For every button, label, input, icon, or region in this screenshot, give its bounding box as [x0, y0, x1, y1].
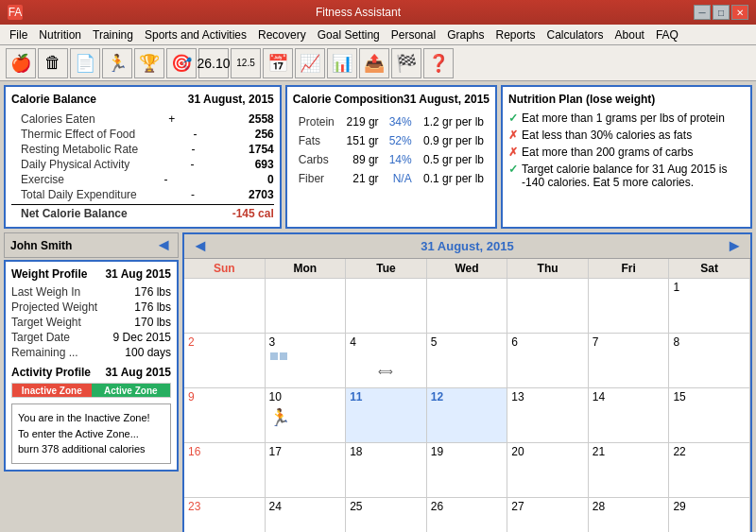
- flag-button[interactable]: 🏁: [391, 48, 421, 78]
- running-button[interactable]: 🏃: [102, 48, 132, 78]
- cal-cell-20[interactable]: 20: [507, 443, 589, 498]
- cal-cell-empty[interactable]: [346, 279, 427, 334]
- cal-cell-4[interactable]: 4⟺: [346, 334, 427, 388]
- calorie-row: Exercise - 0: [11, 172, 274, 187]
- nutrition-text-2: Eat less than 30% calories as fats: [522, 129, 692, 142]
- projected-value: 176 lbs: [134, 300, 171, 314]
- cal-cell-11[interactable]: 11: [346, 388, 427, 443]
- menu-personal[interactable]: Personal: [386, 26, 441, 43]
- cal-cell-10[interactable]: 10🏃: [266, 388, 347, 443]
- calorie-balance-header: Calorie Balance 31 August, 2015: [11, 93, 274, 106]
- weight-profile-title: Weight Profile: [11, 267, 87, 281]
- cal-cell-14[interactable]: 14: [589, 388, 670, 443]
- cal-cell-empty[interactable]: [184, 279, 266, 334]
- menu-calculators[interactable]: Calculators: [541, 26, 610, 43]
- menu-about[interactable]: About: [610, 26, 650, 43]
- net-calorie-row: Net Calorie Balance -145 cal: [11, 204, 274, 221]
- cal-header-thu: Thu: [507, 259, 589, 279]
- dpa-value: 693: [255, 158, 274, 171]
- cal-cell-28[interactable]: 28: [589, 498, 670, 532]
- weight-profile-header: Weight Profile 31 Aug 2015: [11, 267, 171, 281]
- cal-cell-9[interactable]: 9: [184, 388, 266, 443]
- cal-header-sat: Sat: [669, 259, 750, 279]
- table-row: Fiber 21 gr N/A 0.1 gr per lb: [295, 170, 488, 187]
- menu-file[interactable]: File: [4, 26, 33, 43]
- cal-cell-2[interactable]: 2: [184, 334, 266, 388]
- cal-cell-3[interactable]: 3: [266, 334, 347, 388]
- menu-goal[interactable]: Goal Setting: [312, 26, 386, 43]
- x-icon-2: ✗: [508, 129, 518, 142]
- food-button[interactable]: 🍎: [6, 48, 36, 78]
- cal-cell-7[interactable]: 7: [589, 334, 670, 388]
- cal-cell-empty[interactable]: [266, 279, 347, 334]
- prev-arrow[interactable]: ◄: [155, 235, 172, 255]
- protein-per: 1.2 gr per lb: [418, 113, 488, 130]
- cal-cell-19[interactable]: 19: [427, 443, 508, 498]
- menu-faq[interactable]: FAQ: [650, 26, 684, 43]
- dot-icon: [270, 352, 278, 360]
- export-button[interactable]: 📤: [359, 48, 389, 78]
- cal-cell-8[interactable]: 8: [669, 334, 750, 388]
- close-button[interactable]: ✕: [731, 5, 748, 20]
- cal-cell-17[interactable]: 17: [266, 443, 347, 498]
- menu-nutrition[interactable]: Nutrition: [33, 26, 87, 43]
- menu-sports[interactable]: Sports and Activities: [139, 26, 252, 43]
- delete-button[interactable]: 🗑: [38, 48, 68, 78]
- thermic-value: 256: [255, 128, 274, 141]
- fiber-pct: N/A: [385, 170, 416, 187]
- cal-cell-21[interactable]: 21: [589, 443, 670, 498]
- menu-reports[interactable]: Reports: [490, 26, 541, 43]
- title-bar-left: FA: [8, 5, 23, 20]
- cal-cell-27[interactable]: 27: [507, 498, 589, 532]
- fraction-button[interactable]: 12.5: [231, 48, 261, 78]
- app-title: Fitness Assistant: [23, 6, 694, 19]
- table-row: Fats 151 gr 52% 0.9 gr per lb: [295, 132, 488, 149]
- calendar-button[interactable]: 📅: [263, 48, 293, 78]
- graph-button[interactable]: 📈: [295, 48, 325, 78]
- check-icon-1: ✓: [508, 112, 518, 125]
- cal-cell-empty[interactable]: [589, 279, 670, 334]
- cal-cell-1[interactable]: 1: [669, 279, 750, 334]
- minimize-button[interactable]: ─: [694, 5, 711, 20]
- barchart-button[interactable]: 📊: [327, 48, 357, 78]
- table-row: Protein 219 gr 34% 1.2 gr per lb: [295, 113, 488, 130]
- target-button[interactable]: 🎯: [166, 48, 197, 78]
- weight-row: Remaining ... 100 days: [11, 345, 171, 360]
- cal-next-arrow[interactable]: ►: [726, 236, 743, 256]
- weight-row: Projected Weight 176 lbs: [11, 300, 171, 315]
- cal-cell-22[interactable]: 22: [669, 443, 750, 498]
- menu-graphs[interactable]: Graphs: [441, 26, 490, 43]
- trophy-button[interactable]: 🏆: [134, 48, 164, 78]
- cal-cell-empty[interactable]: [507, 279, 589, 334]
- cal-cell-25[interactable]: 25: [346, 498, 427, 532]
- cal-cell-5[interactable]: 5: [427, 334, 508, 388]
- cal-cell-24[interactable]: 24: [266, 498, 347, 532]
- cal-cell-6[interactable]: 6: [507, 334, 589, 388]
- scale-button[interactable]: 26.10: [198, 48, 229, 78]
- last-weigh-label: Last Weigh In: [11, 285, 80, 299]
- cal-cell-15[interactable]: 15: [669, 388, 750, 443]
- cal-cell-12[interactable]: 12: [427, 388, 508, 443]
- cal-cell-29[interactable]: 29: [669, 498, 750, 532]
- cal-cell-23[interactable]: 23: [184, 498, 266, 532]
- fats-pct: 52%: [385, 132, 416, 149]
- cal-prev-arrow[interactable]: ◄: [192, 236, 209, 256]
- cal-cell-26[interactable]: 26: [427, 498, 508, 532]
- menu-training[interactable]: Training: [87, 26, 139, 43]
- cal-cell-13[interactable]: 13: [507, 388, 589, 443]
- cal-month-label: 31 August, 2015: [421, 239, 514, 253]
- active-zone: Active Zone: [92, 384, 171, 397]
- cal-nav: ◄ 31 August, 2015 ►: [184, 234, 750, 259]
- menu-recovery[interactable]: Recovery: [252, 26, 312, 43]
- cal-cell-empty[interactable]: [427, 279, 508, 334]
- cal-cell-16[interactable]: 16: [184, 443, 266, 498]
- help-button[interactable]: ❓: [423, 48, 454, 78]
- report-button[interactable]: 📄: [70, 48, 100, 78]
- thermic-label: Thermic Effect of Food: [11, 128, 135, 141]
- restore-button[interactable]: □: [713, 5, 730, 20]
- cal-header-tue: Tue: [346, 259, 427, 279]
- dot-icon: [280, 352, 287, 360]
- cal-cell-18[interactable]: 18: [346, 443, 427, 498]
- calories-eaten-label: Calories Eaten: [11, 112, 95, 126]
- carbs-amount: 89 gr: [341, 151, 382, 168]
